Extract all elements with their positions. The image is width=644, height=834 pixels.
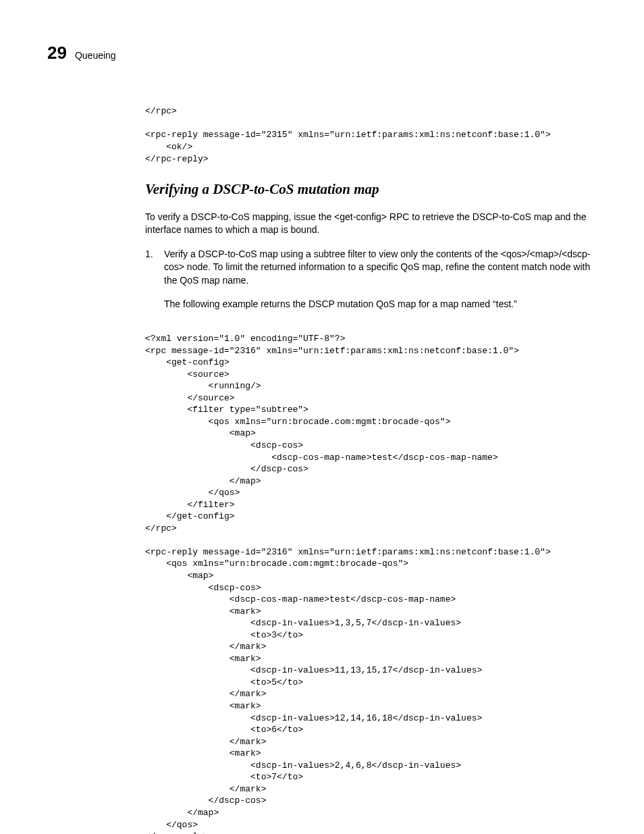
step-body: Verify a DSCP-to-CoS map using a subtree… [164, 248, 597, 322]
code-block-main-example: <?xml version="1.0" encoding="UTF-8"?> <… [145, 333, 597, 834]
page-header: 29 Queueing [47, 41, 597, 65]
section-heading: Verifying a DSCP-to-CoS mutation map [145, 180, 597, 199]
procedure-step-1: 1. Verify a DSCP-to-CoS map using a subt… [145, 248, 597, 322]
intro-paragraph: To verify a DSCP-to-CoS mapping, issue t… [145, 211, 597, 237]
code-block-rpc-reply-top: </rpc> <rpc-reply message-id="2315" xmln… [145, 105, 597, 165]
chapter-number: 29 [47, 41, 67, 65]
chapter-title: Queueing [75, 49, 116, 63]
step-paragraph-1: Verify a DSCP-to-CoS map using a subtree… [164, 248, 597, 288]
step-paragraph-2: The following example returns the DSCP m… [164, 298, 597, 311]
page-content: </rpc> <rpc-reply message-id="2315" xmln… [145, 105, 597, 834]
step-number: 1. [145, 248, 157, 322]
